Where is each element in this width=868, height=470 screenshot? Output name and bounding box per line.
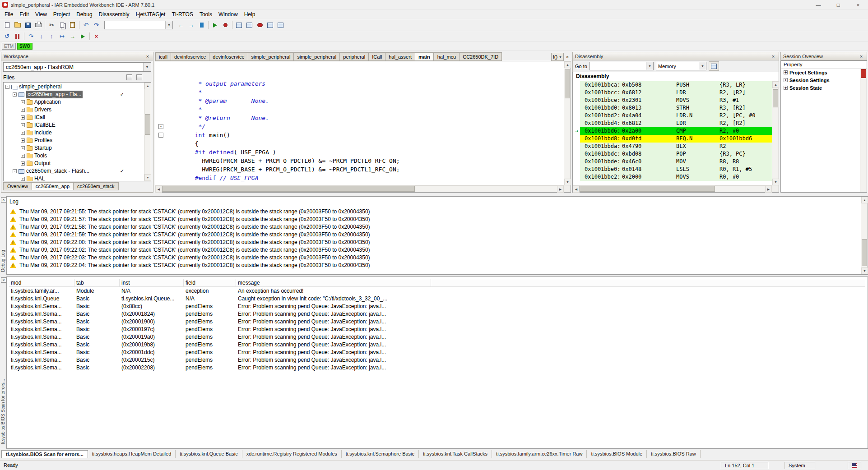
tree-item-label[interactable]: ICall xyxy=(34,114,45,121)
disassembly-row[interactable]: 0x1001bbcc: 0x6812 LDR R2, [R2] xyxy=(573,89,772,97)
menu-item[interactable]: File xyxy=(1,10,16,19)
scroll-left-icon[interactable]: ◀ xyxy=(573,186,580,193)
debugger-button[interactable] xyxy=(255,20,265,30)
call-stack-window-button[interactable] xyxy=(275,20,286,30)
run-button[interactable] xyxy=(210,20,220,30)
bottom-pane-tab[interactable]: ti.sysbios.BIOS Scan for errors... xyxy=(1,450,88,458)
menu-item[interactable]: I-jet/JTAGjet xyxy=(133,10,169,19)
tree-item-label[interactable]: Application xyxy=(34,98,61,106)
editor-tab[interactable]: hal_assert xyxy=(385,52,415,61)
language-indicator[interactable] xyxy=(848,462,861,469)
disassembly-horizontal-scrollbar[interactable]: ◀ ▶ xyxy=(573,185,772,192)
tree-item-label[interactable]: Output xyxy=(34,160,51,167)
code-editor[interactable]: * output parameters * * @param None. * xyxy=(155,61,571,193)
disassembly-vertical-scrollbar[interactable]: ▲ ▼ xyxy=(772,81,779,185)
disassembly-row[interactable]: 0x1001bbd0: 0x8013 STRH R3, [R2] xyxy=(573,104,772,112)
table-row[interactable]: ti.sysbios.knl.Sema... Basic (0x88cc) pe… xyxy=(9,303,865,310)
bottom-pane-tab[interactable]: ti.sysbios.knl.Semaphore Basic xyxy=(342,450,419,458)
fold-toggle[interactable] xyxy=(158,167,163,172)
tree-item-label[interactable]: Include xyxy=(34,129,52,137)
disassembly-row[interactable]: 0x1001bbe2: 0x2000 MOVS R0, #0 xyxy=(573,173,772,181)
bottom-pane-tab[interactable]: ti.sysbios.heaps.HeapMem Detailed xyxy=(88,450,176,458)
fold-toggle[interactable] xyxy=(158,158,163,163)
scrollbar-thumb[interactable] xyxy=(162,186,415,192)
toggle-bookmark-button[interactable] xyxy=(196,20,207,30)
chevron-down-icon[interactable]: ▼ xyxy=(143,63,151,71)
watch-window-button[interactable] xyxy=(265,20,275,30)
expand-toggle[interactable]: + xyxy=(21,131,25,135)
editor-tab[interactable]: icall xyxy=(155,52,171,61)
bottom-pane-tab[interactable]: ti.sysbios.knl.Queue Basic xyxy=(176,450,242,458)
fold-toggle[interactable] xyxy=(158,73,163,78)
menu-item[interactable]: Help xyxy=(241,10,259,19)
reset-button[interactable]: ↺ xyxy=(2,32,12,41)
tree-item-label[interactable]: HAL xyxy=(34,175,45,181)
tree-item-label[interactable]: simple_peripheral xyxy=(19,83,62,91)
scroll-right-icon[interactable]: ▶ xyxy=(557,186,564,193)
bottom-pane-tab[interactable]: ti.sysbios.family.arm.cc26xx.Timer Raw xyxy=(492,450,587,458)
navigate-forward-button[interactable]: → xyxy=(186,20,196,30)
table-row[interactable]: ti.sysbios.knl.Sema... Basic (0x20001824… xyxy=(9,310,865,318)
menu-item[interactable]: Tools xyxy=(196,10,215,19)
tree-item-label[interactable]: Tools xyxy=(34,152,47,160)
expand-toggle[interactable]: + xyxy=(21,138,25,143)
fold-toggle[interactable] xyxy=(158,150,163,155)
menu-item[interactable]: Disassembly xyxy=(96,10,133,19)
editor-tab[interactable]: main xyxy=(415,52,434,61)
close-icon[interactable]: × xyxy=(144,54,151,59)
expand-toggle[interactable]: + xyxy=(784,86,788,90)
log-entry[interactable]: ! Thu Mar 09, 2017 09:21:55: The stack p… xyxy=(9,207,860,215)
session-scrollbar[interactable] xyxy=(860,69,867,192)
close-icon[interactable]: × xyxy=(1,197,6,203)
expand-toggle[interactable]: + xyxy=(784,70,788,74)
break-button[interactable] xyxy=(12,32,23,41)
tree-item[interactable]: + Drivers xyxy=(4,106,144,114)
menu-item[interactable]: TI-RTOS xyxy=(168,10,196,19)
disassembly-row[interactable]: 0x1001bbd2: 0x4a04 LDR.N R2, [PC, #0 xyxy=(573,112,772,120)
bottom-pane-tab[interactable]: ti.sysbios.BIOS Module xyxy=(587,450,647,458)
function-select-button[interactable]: f() ▼ xyxy=(551,53,564,61)
expand-toggle[interactable]: - xyxy=(13,169,17,173)
memory-window-link-button[interactable] xyxy=(709,61,719,71)
tree-item[interactable]: + Tools xyxy=(4,152,144,160)
scroll-down-icon[interactable]: ▼ xyxy=(772,179,779,185)
disassembly-row[interactable]: 0x1001bbd4: 0x6812 LDR R2, [R2] xyxy=(573,120,772,127)
table-row[interactable]: ti.sysbios.knl.Sema... Basic (0x2000215c… xyxy=(9,356,865,364)
column-header-tab[interactable]: tab xyxy=(74,279,120,286)
menu-item[interactable]: View xyxy=(32,10,50,19)
column-header-message[interactable]: message xyxy=(236,279,431,286)
column-header-mod[interactable]: mod xyxy=(9,279,74,286)
log-entry[interactable]: ! Thu Mar 09, 2017 09:22:02: The stack p… xyxy=(9,246,860,253)
tree-item[interactable]: + ICallBLE xyxy=(4,121,144,129)
expand-toggle[interactable]: + xyxy=(21,161,25,166)
column-header-inst[interactable]: inst xyxy=(120,279,184,286)
fold-toggle[interactable] xyxy=(158,98,163,103)
table-row[interactable]: ti.sysbios.knl.Sema... Basic (0x200019a0… xyxy=(9,333,865,341)
expand-toggle[interactable]: - xyxy=(13,92,17,97)
tree-item-label[interactable]: cc2650em_stack - Flash... xyxy=(26,167,89,175)
tree-item-label[interactable]: Profiles xyxy=(34,137,52,144)
workspace-config-select[interactable]: cc2650em_app - FlashROM ▼ xyxy=(3,62,151,72)
log-entry[interactable]: ! Thu Mar 09, 2017 09:21:57: The stack p… xyxy=(9,215,860,223)
disassembly-row[interactable]: 0x1001bbce: 0x2301 MOVS R3, #1 xyxy=(573,97,772,104)
close-icon[interactable]: × xyxy=(858,54,864,59)
scroll-up-icon[interactable]: ▲ xyxy=(564,61,571,68)
scroll-up-icon[interactable]: ▲ xyxy=(772,81,779,88)
editor-tab[interactable]: hal_mcu xyxy=(434,52,460,61)
close-editor-icon[interactable]: × xyxy=(564,53,571,61)
undo-button[interactable]: ↶ xyxy=(81,20,91,30)
fold-toggle[interactable] xyxy=(158,81,163,86)
tree-item[interactable]: - simple_peripheral xyxy=(4,83,144,91)
paste-button[interactable] xyxy=(67,20,78,30)
expand-toggle[interactable]: - xyxy=(5,85,9,89)
fold-toggle[interactable] xyxy=(158,115,163,120)
step-out-button[interactable]: ↑ xyxy=(46,32,57,41)
expand-toggle[interactable]: + xyxy=(21,177,25,181)
fold-toggle[interactable] xyxy=(158,141,163,146)
expand-toggle[interactable]: + xyxy=(21,115,25,120)
chevron-down-icon[interactable]: ▼ xyxy=(699,62,706,70)
disassembly-row[interactable]: 0x1001bbd8: 0xd0fd BEQ.N 0x1001bbd6 xyxy=(573,135,772,143)
expand-toggle[interactable]: + xyxy=(21,154,25,158)
editor-tab[interactable]: devinfoservice xyxy=(209,52,247,61)
fold-toggle[interactable]: - xyxy=(158,133,163,138)
